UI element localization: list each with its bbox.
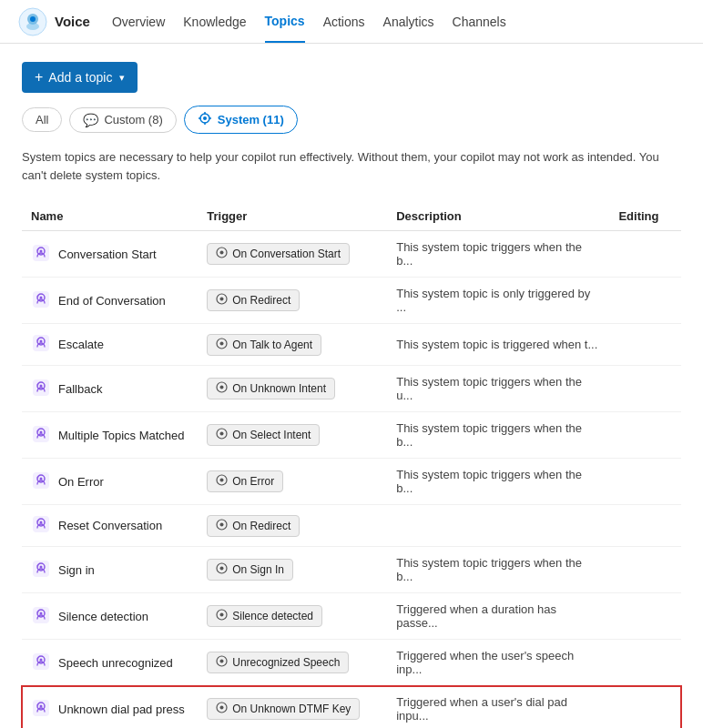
svg-point-15 [220, 251, 224, 255]
system-icon [198, 111, 212, 128]
trigger-badge: On Error [207, 470, 283, 492]
table-row[interactable]: Speech unrecognized Unrecognized Speech … [22, 640, 681, 686]
trigger-badge: On Sign In [207, 559, 293, 581]
filter-all[interactable]: All [22, 107, 62, 132]
filter-tabs: All 💬 Custom (8) System (11) [22, 106, 681, 134]
svg-point-60 [40, 612, 43, 614]
table-row[interactable]: End of Conversation On Redirect This sys… [22, 278, 681, 324]
trigger-label: On Select Intent [232, 429, 311, 441]
topic-editing [609, 412, 681, 459]
svg-point-66 [40, 658, 43, 661]
svg-point-55 [37, 564, 39, 566]
topic-name-cell: Sign in [31, 559, 188, 581]
topics-table: Name Trigger Description Editing Convers… [22, 202, 681, 728]
nav-link-topics[interactable]: Topics [265, 1, 305, 43]
nav-links: OverviewKnowledgeTopicsActionsAnalyticsC… [112, 1, 506, 43]
svg-point-61 [37, 611, 39, 612]
topic-editing [609, 278, 681, 324]
trigger-icon [216, 293, 228, 308]
topic-name: Reset Conversation [58, 519, 162, 532]
trigger-label: On Unknown Intent [232, 382, 326, 395]
table-row[interactable]: Unknown dial pad press On Unknown DTMF K… [22, 686, 681, 729]
svg-point-45 [220, 479, 224, 482]
trigger-badge: Silence detected [207, 605, 322, 627]
svg-point-30 [40, 384, 43, 387]
svg-point-24 [40, 340, 43, 343]
top-navigation: Voice OverviewKnowledgeTopicsActionsAnal… [0, 0, 703, 44]
topic-icon [31, 652, 51, 674]
nav-link-knowledge[interactable]: Knowledge [183, 2, 246, 42]
topic-name-cell: Unknown dial pad press [31, 698, 188, 721]
table-row[interactable]: Escalate On Talk to Agent This system to… [22, 324, 681, 366]
svg-point-31 [37, 383, 39, 385]
svg-point-51 [220, 522, 224, 526]
topic-icon [31, 378, 51, 400]
filter-all-label: All [36, 113, 48, 126]
table-row[interactable]: Silence detection Silence detected Trigg… [22, 593, 681, 640]
svg-point-25 [37, 339, 39, 341]
svg-point-12 [40, 249, 43, 252]
nav-link-overview[interactable]: Overview [112, 2, 165, 42]
table-row[interactable]: Multiple Topics Matched On Select Intent… [22, 412, 681, 459]
table-row[interactable]: Reset Conversation On Redirect [22, 505, 681, 547]
svg-point-42 [40, 477, 43, 480]
topic-name-cell: On Error [31, 470, 188, 493]
app-logo-icon [18, 7, 47, 36]
table-row[interactable]: Sign in On Sign In This system topic tri… [22, 547, 681, 593]
table-row[interactable]: Conversation Start On Conversation Start… [22, 231, 681, 278]
svg-point-73 [37, 703, 39, 705]
topic-editing [609, 231, 681, 278]
trigger-label: On Error [232, 475, 274, 488]
add-topic-button[interactable]: + Add a topic ▾ [22, 62, 138, 93]
nav-link-channels[interactable]: Channels [453, 2, 506, 42]
svg-point-36 [40, 430, 43, 433]
trigger-badge: On Unknown Intent [207, 378, 335, 399]
trigger-icon [216, 655, 228, 670]
topic-editing [609, 324, 681, 366]
topic-editing [609, 686, 681, 729]
topic-name-cell: Multiple Topics Matched [31, 424, 188, 447]
topic-icon [31, 605, 51, 628]
svg-point-21 [220, 298, 224, 301]
topic-icon [31, 289, 51, 312]
table-row[interactable]: On Error On Error This system topic trig… [22, 459, 681, 505]
topic-name: On Error [58, 475, 104, 489]
svg-point-63 [220, 613, 224, 617]
svg-point-5 [203, 116, 207, 120]
topic-name-cell: Speech unrecognized [31, 652, 188, 674]
app-logo: Voice [18, 7, 90, 36]
topic-description: This system topic is only triggered by .… [387, 278, 609, 324]
topic-name: Conversation Start [58, 248, 157, 261]
svg-point-69 [220, 660, 224, 663]
topic-name: Sign in [58, 563, 95, 577]
svg-point-2 [26, 23, 39, 30]
table-row[interactable]: Fallback On Unknown Intent This system t… [22, 366, 681, 412]
app-name: Voice [55, 14, 90, 29]
svg-point-39 [220, 432, 224, 436]
topic-editing [609, 459, 681, 505]
topic-description: This system topic is triggered when t... [387, 324, 609, 366]
svg-point-33 [220, 386, 224, 389]
trigger-badge: On Unknown DTMF Key [207, 698, 360, 720]
topic-name: Fallback [58, 382, 102, 396]
trigger-icon [216, 562, 228, 577]
svg-point-18 [40, 296, 43, 298]
filter-custom[interactable]: 💬 Custom (8) [69, 107, 176, 133]
nav-link-analytics[interactable]: Analytics [383, 2, 434, 42]
svg-point-19 [37, 295, 39, 297]
topic-icon [31, 514, 51, 537]
nav-link-actions[interactable]: Actions [323, 2, 365, 42]
trigger-icon [216, 474, 228, 489]
topic-icon [31, 333, 51, 356]
svg-point-43 [37, 476, 39, 478]
topic-name-cell: Conversation Start [31, 243, 188, 266]
topic-name: Escalate [58, 338, 104, 351]
topic-description: This system topic triggers when the u... [387, 366, 609, 412]
trigger-icon [216, 609, 228, 623]
filter-system-label: System (11) [218, 113, 284, 126]
col-header-trigger: Trigger [198, 202, 387, 231]
topic-name: End of Conversation [58, 294, 166, 308]
filter-system[interactable]: System (11) [184, 106, 298, 134]
topic-description: This system topic triggers when the b... [387, 459, 609, 505]
trigger-icon [216, 519, 228, 533]
